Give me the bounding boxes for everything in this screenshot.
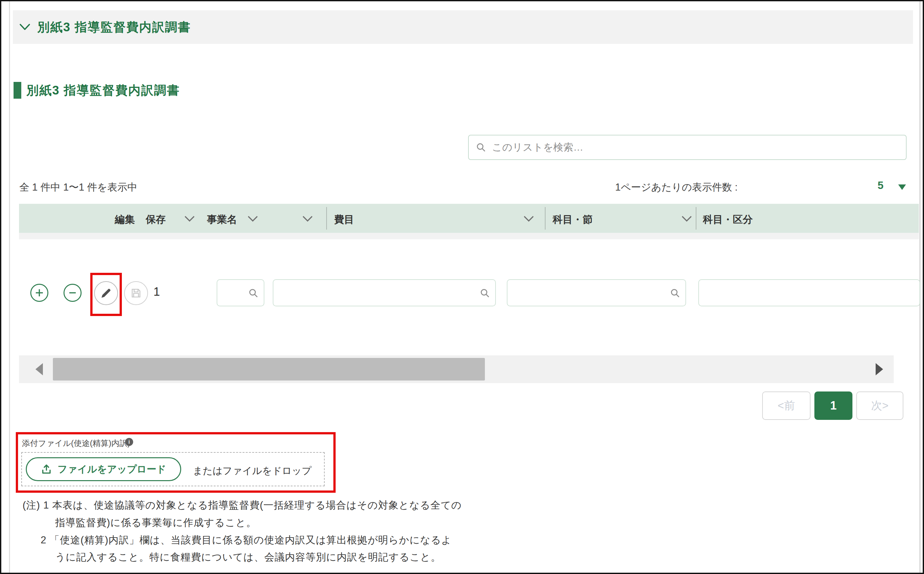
subject-division-input[interactable] — [704, 282, 902, 304]
pagination-current-page[interactable]: 1 — [814, 391, 852, 420]
plus-icon — [35, 288, 44, 298]
subject-division-field — [698, 279, 920, 306]
column-header-expense-item[interactable]: 費目 — [334, 213, 354, 226]
expense-item-lookup-field — [273, 279, 496, 306]
pagination-prev-button[interactable]: <前 — [762, 391, 811, 420]
scroll-right-icon[interactable] — [876, 363, 883, 375]
search-input[interactable] — [491, 141, 906, 153]
collapse-section-header[interactable]: 別紙3 指導監督費内訳調書 — [13, 10, 913, 44]
chevron-down-icon[interactable] — [19, 24, 30, 31]
save-disk-icon — [130, 287, 142, 299]
note-line-4: うに記入すること。特に食糧費については、会議内容等別に内訳を明記すること。 — [55, 550, 441, 564]
section-heading: 別紙3 指導監督費内訳調書 — [14, 82, 180, 99]
edit-row-button[interactable] — [94, 281, 118, 305]
minus-icon — [68, 288, 77, 298]
column-header-business-name[interactable]: 事業名 — [207, 213, 237, 226]
collapse-section-title: 別紙3 指導監督費内訳調書 — [38, 19, 191, 35]
column-header-edit[interactable]: 編集 — [115, 213, 135, 226]
scroll-left-icon[interactable] — [35, 363, 43, 375]
list-search — [468, 135, 907, 160]
remove-row-button[interactable] — [63, 284, 82, 302]
column-header-subject-division[interactable]: 科目・区分 — [703, 213, 753, 226]
column-divider — [696, 207, 696, 230]
lookup-search-icon[interactable] — [480, 288, 490, 300]
upload-button-label: ファイルをアップロード — [57, 463, 166, 476]
column-header-save[interactable]: 保存 — [146, 213, 166, 226]
pagination-next-button[interactable]: 次> — [856, 391, 904, 420]
left-panel-edge — [9, 1, 10, 573]
note-line-3: 2 「使途(精算)内訳」欄は、当該費目に係る額の使途内訳又は算出根拠が明らかにな… — [41, 533, 452, 547]
business-name-lookup-field — [217, 279, 264, 306]
drop-files-hint: またはファイルをドロップ — [193, 464, 312, 478]
save-row-button[interactable] — [124, 281, 148, 305]
per-page-dropdown-icon[interactable] — [898, 184, 906, 190]
record-count: 全 1 件中 1〜1 件を表示中 — [19, 181, 137, 194]
expense-item-lookup-input[interactable] — [279, 282, 477, 304]
column-menu-chevron-icon[interactable] — [247, 215, 258, 222]
table-header-underline — [19, 233, 919, 239]
column-menu-chevron-icon[interactable] — [681, 215, 693, 222]
column-divider — [545, 207, 546, 230]
column-divider — [326, 207, 327, 230]
lookup-search-icon[interactable] — [670, 288, 680, 300]
column-header-subject-section[interactable]: 科目・節 — [553, 213, 593, 226]
pencil-icon — [100, 287, 113, 300]
upload-icon — [41, 464, 52, 475]
note-line-2: 指導監督費)に係る事業毎に作成すること。 — [55, 516, 256, 530]
note-line-1: (注) 1 本表は、使途協議等の対象となる指導監督費(一括経理する場合はその対象… — [22, 498, 462, 512]
upload-file-button[interactable]: ファイルをアップロード — [26, 457, 181, 481]
info-icon[interactable]: i — [125, 438, 133, 446]
lookup-search-icon[interactable] — [248, 288, 258, 300]
business-name-lookup-input[interactable] — [222, 282, 246, 304]
column-menu-chevron-icon[interactable] — [302, 215, 313, 222]
row-number: 1 — [153, 285, 160, 299]
scrollbar-thumb[interactable] — [53, 358, 485, 380]
per-page-value[interactable]: 5 — [878, 179, 883, 192]
section-bullet — [14, 82, 21, 99]
subject-section-lookup-input[interactable] — [513, 282, 667, 304]
page-title: 別紙3 指導監督費内訳調書 — [27, 82, 180, 99]
attachment-label: 添付ファイル(使途(精算)内訳) — [22, 438, 130, 449]
per-page-label: 1ページあたりの表示件数 : — [615, 181, 738, 194]
column-menu-chevron-icon[interactable] — [184, 215, 195, 222]
add-row-button[interactable] — [30, 284, 48, 302]
subject-section-lookup-field — [507, 279, 686, 306]
app-screen: 別紙3 指導監督費内訳調書 別紙3 指導監督費内訳調書 全 1 件中 1〜1 件… — [0, 0, 924, 574]
search-icon — [476, 142, 486, 153]
column-menu-chevron-icon[interactable] — [523, 215, 535, 222]
